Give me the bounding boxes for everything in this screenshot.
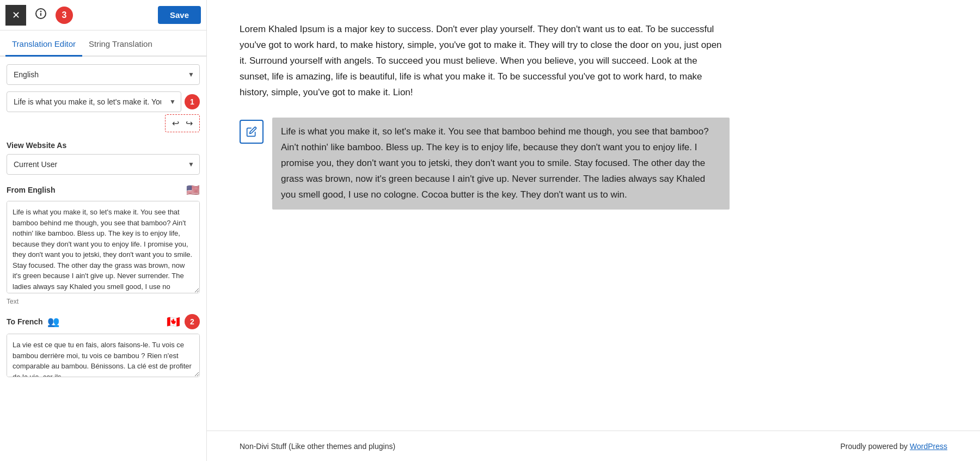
us-flag-icon: 🇺🇸 <box>186 183 200 196</box>
field-type-label: Text <box>7 298 200 305</box>
top-bar: ✕ 3 Save <box>0 0 206 30</box>
language-dropdown-wrap: English French Spanish German ▼ <box>7 64 200 85</box>
panel-scroll: English French Spanish German ▼ Life is … <box>0 57 206 461</box>
string-selector-dropdown[interactable]: Life is what you make it, so let's make … <box>7 91 181 112</box>
highlighted-text-block: Life is what you make it, so let's make … <box>272 118 730 209</box>
footer: Non-Divi Stuff (Like other themes and pl… <box>207 431 980 461</box>
redo-icon: ↪ <box>186 119 193 128</box>
tabs-bar: Translation Editor String Translation <box>0 30 206 57</box>
tab-string-translation[interactable]: String Translation <box>82 30 159 57</box>
wordpress-link[interactable]: WordPress <box>910 442 947 451</box>
svg-point-2 <box>41 11 41 12</box>
tab-translation-editor[interactable]: Translation Editor <box>5 30 82 57</box>
badge-2: 2 <box>185 314 200 329</box>
from-english-label-row: From English 🇺🇸 <box>7 183 200 196</box>
view-website-as-section: View Website As Current User Logged Out … <box>7 141 200 175</box>
save-button[interactable]: Save <box>158 6 201 24</box>
right-panel: Lorem Khaled Ipsum is a major key to suc… <box>207 0 980 461</box>
undo-redo-box: ↩ ↪ <box>165 114 200 132</box>
from-english-label: From English <box>7 186 55 194</box>
from-english-textarea[interactable]: Life is what you make it, so let's make … <box>7 201 200 293</box>
edit-pencil-button[interactable] <box>240 120 264 144</box>
to-french-label-row: To French 👥 🇨🇦 2 <box>7 314 200 329</box>
footer-right: Proudly powered by WordPress <box>840 442 947 451</box>
highlighted-block: Life is what you make it, so let's make … <box>240 118 730 209</box>
footer-left-text: Non-Divi Stuff (Like other themes and pl… <box>240 442 395 451</box>
undo-icon: ↩ <box>172 119 179 128</box>
view-website-as-label: View Website As <box>7 141 66 150</box>
view-website-as-label-row: View Website As <box>7 141 200 150</box>
language-dropdown[interactable]: English French Spanish German <box>7 64 200 85</box>
info-icon <box>35 8 47 22</box>
current-user-dropdown[interactable]: Current User Logged Out Admin <box>7 154 200 175</box>
to-french-section: To French 👥 🇨🇦 2 La vie est ce que tu en… <box>7 314 200 379</box>
main-paragraph: Lorem Khaled Ipsum is a major key to suc… <box>240 22 730 100</box>
from-english-section: From English 🇺🇸 Life is what you make it… <box>7 183 200 305</box>
undo-redo-row: ↩ ↪ <box>7 114 200 132</box>
to-french-textarea[interactable]: La vie est ce que tu en fais, alors fais… <box>7 334 200 377</box>
people-icon: 👥 <box>47 316 59 328</box>
badge-3: 3 <box>56 7 73 24</box>
close-icon: ✕ <box>12 9 20 21</box>
current-user-dropdown-wrap: Current User Logged Out Admin ▼ <box>7 154 200 175</box>
footer-powered-by-text: Proudly powered by <box>840 442 910 451</box>
left-panel: ✕ 3 Save Translation Editor String Trans… <box>0 0 207 461</box>
content-area: Lorem Khaled Ipsum is a major key to suc… <box>207 0 980 431</box>
close-button[interactable]: ✕ <box>5 5 26 26</box>
pencil-icon <box>246 126 257 137</box>
info-button[interactable] <box>30 5 51 26</box>
undo-button[interactable]: ↩ <box>170 117 181 130</box>
string-selector-wrap: Life is what you make it, so let's make … <box>7 91 181 112</box>
badge-1: 1 <box>185 94 200 109</box>
redo-button[interactable]: ↪ <box>183 117 195 130</box>
string-selector-row: Life is what you make it, so let's make … <box>7 91 200 112</box>
to-french-label: To French <box>7 317 43 326</box>
ca-flag-icon: 🇨🇦 <box>167 315 180 328</box>
